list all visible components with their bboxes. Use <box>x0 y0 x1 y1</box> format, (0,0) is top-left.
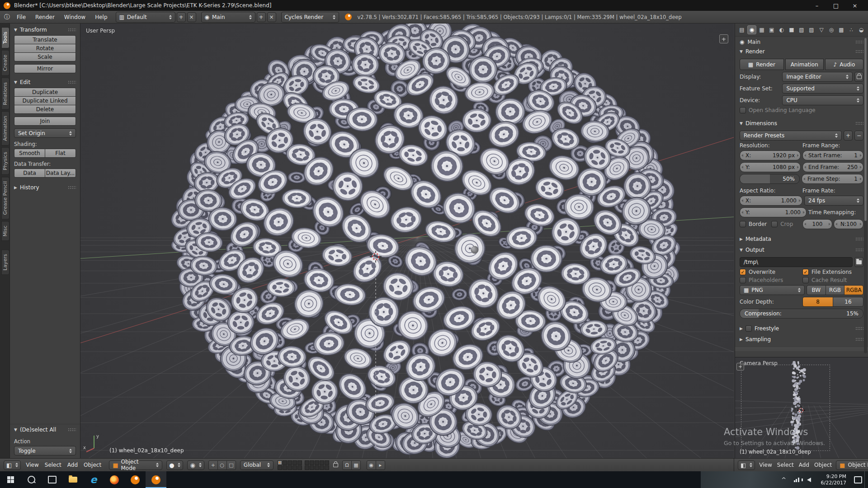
panel-grip[interactable] <box>855 237 863 241</box>
join-button[interactable]: Join <box>14 117 76 126</box>
color-depth-16-button[interactable]: 16 <box>833 297 863 307</box>
crop-checkbox[interactable] <box>771 221 778 227</box>
tab-world[interactable]: ◐ <box>777 25 786 34</box>
properties-scrollbar[interactable] <box>864 38 867 353</box>
maximize-button[interactable]: □ <box>826 0 845 11</box>
camera-preview-viewport[interactable]: Camera Persp (1) wheel_02a_18x10_deep + <box>735 357 868 458</box>
editor-type-selector[interactable]: ◧ <box>4 460 21 470</box>
layer-toggle[interactable] <box>325 460 329 465</box>
transform-panel-header[interactable]: ▼ Transform <box>14 24 76 35</box>
network-button[interactable] <box>790 471 803 488</box>
menu-window[interactable]: Window <box>60 11 90 23</box>
dimensions-panel-header[interactable]: ▼ Dimensions <box>735 118 868 129</box>
shelf-tab-physics[interactable]: Physics <box>1 147 9 175</box>
layer-toggle[interactable] <box>292 465 297 470</box>
tab-object[interactable]: ■ <box>787 25 796 34</box>
layer-toggle[interactable] <box>305 465 309 470</box>
lock-to-scene-icon[interactable] <box>333 463 338 467</box>
file-browse-button[interactable] <box>854 257 863 267</box>
close-button[interactable]: × <box>845 0 864 11</box>
menu-render[interactable]: Render <box>31 11 59 23</box>
menu-view[interactable]: View <box>25 462 39 468</box>
border-checkbox[interactable] <box>740 221 746 227</box>
show-desktop-button[interactable] <box>864 471 868 488</box>
rotate-button[interactable]: Rotate <box>14 44 76 53</box>
layer-toggle[interactable] <box>297 465 302 470</box>
device-dropdown[interactable]: CPU <box>782 95 863 105</box>
menu-select[interactable]: Select <box>776 462 795 468</box>
lock-interface-button[interactable] <box>854 72 863 82</box>
scrollbar-thumb[interactable] <box>864 38 867 221</box>
menu-file[interactable]: File <box>13 11 30 23</box>
layer-toggle[interactable] <box>320 460 324 465</box>
tray-expand-button[interactable]: ^ <box>778 471 790 488</box>
freestyle-checkbox[interactable] <box>745 325 752 332</box>
add-screen-layout-button[interactable]: + <box>177 12 186 22</box>
render-button[interactable]: ▦ Render <box>740 59 784 70</box>
layer-toggle[interactable] <box>310 460 314 465</box>
delete-scene-button[interactable]: × <box>267 12 276 22</box>
color-mode-rgb-button[interactable]: RGB <box>826 285 845 295</box>
edge-button[interactable]: e <box>83 471 104 488</box>
tab-modifiers[interactable]: ▨ <box>807 25 816 34</box>
task-view-button[interactable] <box>42 471 62 488</box>
time-remap-old-field[interactable]: 100 <box>802 219 832 229</box>
mirror-button[interactable]: Mirror <box>14 64 76 73</box>
set-origin-dropdown[interactable]: Set Origin <box>14 128 76 138</box>
blender-taskbar-button[interactable] <box>125 471 146 488</box>
color-depth-8-button[interactable]: 8 <box>802 297 833 307</box>
layer-toggle[interactable] <box>305 460 309 465</box>
duplicate-button[interactable]: Duplicate <box>14 88 76 97</box>
color-mode-bw-button[interactable]: BW <box>807 285 826 295</box>
output-path-field[interactable]: /tmp\ <box>740 257 853 267</box>
layer-toggle[interactable] <box>315 460 319 465</box>
redo-panel-header[interactable]: ▼ (De)select All <box>14 424 76 435</box>
minimize-button[interactable]: – <box>807 0 826 11</box>
layer-toggle[interactable] <box>325 465 329 470</box>
screen-layout-selector[interactable]: ▥ Default <box>116 12 175 23</box>
history-panel-header[interactable]: ▶ History <box>14 182 76 193</box>
osl-checkbox[interactable] <box>740 107 746 113</box>
end-frame-field[interactable]: End Frame: 250 <box>802 162 863 172</box>
scene-selector[interactable]: ◉ Main <box>201 12 255 23</box>
panel-grip[interactable] <box>855 338 863 341</box>
panel-grip[interactable] <box>855 40 863 44</box>
layer-toggle[interactable] <box>310 465 314 470</box>
menu-add[interactable]: Add <box>66 462 79 468</box>
frame-step-field[interactable]: Frame Step: 1 <box>802 174 863 184</box>
tab-particles[interactable]: ∴ <box>847 25 856 34</box>
shade-smooth-button[interactable]: Smooth <box>14 149 45 158</box>
metadata-panel-header[interactable]: ▶ Metadata <box>735 234 868 244</box>
translate-button[interactable]: Translate <box>14 35 76 44</box>
display-dropdown[interactable]: Image Editor <box>782 72 853 82</box>
tab-constraints[interactable]: ▧ <box>797 25 806 34</box>
resolution-y-field[interactable]: Y: 1080 px <box>740 162 801 172</box>
tab-render-layers[interactable]: ▦ <box>757 25 766 34</box>
viewport-shading-selector[interactable]: ● <box>166 460 183 470</box>
menu-select[interactable]: Select <box>44 462 62 468</box>
panel-grip[interactable] <box>68 80 76 84</box>
file-extensions-checkbox[interactable]: ✓ <box>802 269 809 275</box>
panel-grip[interactable] <box>855 122 863 125</box>
action-center-button[interactable] <box>852 471 864 488</box>
info-editor-icon[interactable]: ⓘ <box>3 13 11 21</box>
opengl-render-anim-icon[interactable]: ▸ <box>376 460 385 470</box>
menu-help[interactable]: Help <box>91 11 111 23</box>
remove-preset-button[interactable]: − <box>854 131 863 141</box>
delete-screen-layout-button[interactable]: × <box>187 12 196 22</box>
scale-button[interactable]: Scale <box>14 52 76 61</box>
manipulator-rotate-icon[interactable]: ○ <box>217 460 227 470</box>
aspect-y-field[interactable]: Y: 1.000 <box>740 207 807 217</box>
mode-selector[interactable]: ■ Object M <box>836 460 868 470</box>
tab-object-data[interactable]: ▽ <box>817 25 826 34</box>
firefox-button[interactable] <box>104 471 125 488</box>
shelf-tab-grease-pencil[interactable]: Grease Pencil <box>1 177 9 219</box>
open-properties-region-button[interactable]: + <box>719 34 728 43</box>
opengl-render-still-icon[interactable]: ◉ <box>367 460 376 470</box>
search-button[interactable] <box>21 471 42 488</box>
shelf-tab-relations[interactable]: Relations <box>1 78 9 110</box>
file-explorer-button[interactable] <box>62 471 83 488</box>
menu-object[interactable]: Object <box>83 462 102 468</box>
shelf-tab-layers[interactable]: Layers <box>1 249 9 275</box>
add-scene-button[interactable]: + <box>257 12 266 22</box>
